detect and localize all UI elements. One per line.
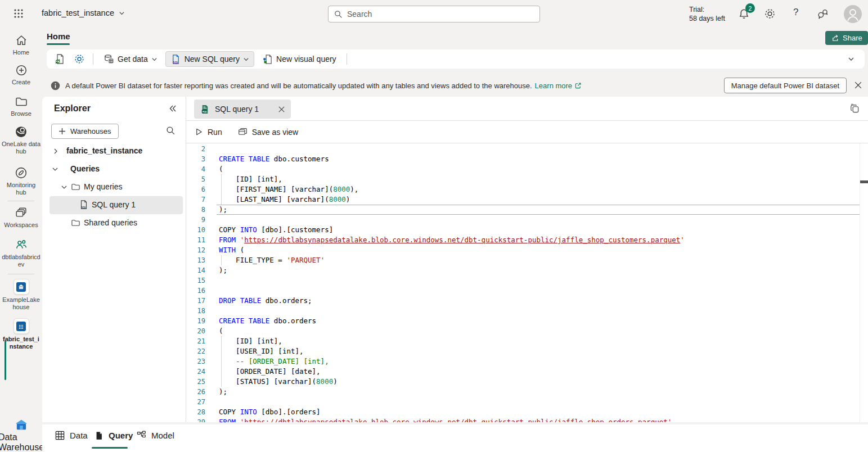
line-number: 8 [186,205,205,215]
save-as-view-icon [238,127,248,137]
code-line-6[interactable]: 6 [FIRST_NAME] [varchar](8000), [186,184,868,195]
home-icon [15,34,28,47]
tree-item-warehouse[interactable]: fabric_test_instance [42,142,186,160]
chevron-down-icon [243,56,249,62]
sql-file-icon: SQL [200,104,210,115]
code-line-13[interactable]: 13 FILE_TYPE = 'PARQUET' [186,255,868,265]
code-line-8[interactable]: 8); [186,205,868,215]
line-content: [USER_ID] [int], [219,346,304,356]
save-as-view-button[interactable]: Save as view [238,127,298,137]
query-editor: SQL SQL query 1 Run Save as view 23CREAT… [186,97,868,422]
copy-icon[interactable] [849,103,860,114]
workspace-switcher[interactable]: fabric_test_instance [42,8,125,17]
left-navigation-rail: Home Create Browse OneLake data hub Moni… [0,28,42,452]
code-line-14[interactable]: 14); [186,265,868,275]
tree-item-shared-queries[interactable]: Shared queries [42,214,186,232]
new-sql-query-button[interactable]: SQL New SQL query [165,51,254,67]
line-content: DROP TABLE dbo.orders; [219,296,312,306]
tab-close-icon[interactable] [278,106,285,113]
refresh-script-icon[interactable] [52,51,68,67]
code-line-16[interactable]: 16 [186,286,868,296]
toolbar-divider [93,53,93,65]
nav-home[interactable]: Home [0,34,42,56]
nav-browse[interactable]: Browse [0,95,42,117]
manage-default-dataset-button[interactable]: Manage default Power BI dataset [724,78,847,93]
line-number: 19 [186,316,205,326]
code-line-20[interactable]: 20( [186,326,868,336]
code-line-27[interactable]: 27 [186,397,868,407]
get-data-button[interactable]: Get data [99,51,162,67]
line-content: COPY INTO [dbo].[customers] [219,225,333,235]
code-line-4[interactable]: 4( [186,164,868,174]
code-line-12[interactable]: 12WITH ( [186,245,868,255]
plus-icon [59,128,66,135]
chevron-right-icon [52,148,59,155]
code-line-3[interactable]: 3CREATE TABLE dbo.customers [186,154,868,164]
code-line-2[interactable]: 2 [186,144,868,154]
nav-data-warehouse[interactable]: Data Warehouse [0,418,42,452]
code-line-10[interactable]: 10COPY INTO [dbo].[customers] [186,225,868,235]
tree-item-sql-query-1[interactable]: SQL SQL query 1 [42,196,186,214]
code-line-18[interactable]: 18 [186,306,868,316]
tab-home[interactable]: Home [47,31,70,41]
nav-create[interactable]: Create [0,64,42,86]
nav-workspaces[interactable]: Workspaces [0,206,42,229]
search-input[interactable]: Search [328,6,540,22]
help-icon[interactable]: ? [793,7,806,19]
new-visual-query-button[interactable]: New visual query [258,51,341,67]
nav-item-examplelakehouse[interactable]: ExampleLakehouse [0,279,42,311]
line-content: ); [219,387,227,397]
active-view-tab-underline [92,447,128,449]
nav-onelake-data-hub[interactable]: OneLake data hub [0,125,42,155]
sql-code-editor[interactable]: 23CREATE TABLE dbo.customers4(5 [ID] [in… [186,143,868,422]
folder-icon [71,182,80,192]
code-line-7[interactable]: 7 [LAST_NAME] [varchar](8000) [186,195,868,205]
line-number: 22 [186,346,205,356]
share-icon [831,34,839,42]
code-line-26[interactable]: 26); [186,387,868,397]
settings-gear-icon[interactable] [764,8,776,20]
learn-more-link[interactable]: Learn more [535,82,582,90]
code-line-17[interactable]: 17DROP TABLE dbo.orders; [186,296,868,306]
explorer-search-icon[interactable] [166,126,176,135]
home-tab-underline [47,43,70,45]
tab-sql-query-1[interactable]: SQL SQL query 1 [194,100,291,119]
tree-item-queries[interactable]: Queries [42,160,186,178]
query-settings-gear-icon[interactable] [71,51,87,67]
workspaces-icon [14,206,28,220]
add-warehouses-button[interactable]: Warehouses [51,124,119,139]
code-line-21[interactable]: 21 [ID] [int], [186,336,868,346]
code-line-5[interactable]: 5 [ID] [int], [186,174,868,184]
nav-item-fabric-test-instance[interactable]: fabric_test_instance [0,318,42,350]
code-line-9[interactable]: 9 [186,215,868,225]
view-tab-model[interactable]: Model [137,431,174,440]
code-line-24[interactable]: 24 [ORDER_DATE] [date], [186,367,868,377]
data-warehouse-icon [14,418,29,432]
line-content: [ID] [int], [219,336,282,346]
code-line-19[interactable]: 19CREATE TABLE dbo.orders [186,316,868,326]
view-tab-data[interactable]: Data [55,431,88,440]
nav-workspace-dbtlabsfabricdev[interactable]: dbtlabsfabricdev [0,238,42,268]
code-line-15[interactable]: 15 [186,275,868,286]
ribbon-collapse-chevron-icon[interactable] [843,51,859,67]
tree-item-my-queries[interactable]: My queries [42,178,186,196]
external-link-icon [574,82,582,89]
view-tab-query[interactable]: Query [95,431,133,440]
nav-monitoring-hub[interactable]: Monitoring hub [0,166,42,196]
code-line-23[interactable]: 23 -- [ORDER_DATE] [int], [186,356,868,367]
share-button[interactable]: Share [825,31,868,45]
collapse-pane-icon[interactable] [169,105,177,112]
svg-text:SQL: SQL [81,206,87,209]
code-line-28[interactable]: 28COPY INTO [dbo].[orders] [186,407,868,417]
code-line-29[interactable]: 29FROM 'https://dbtlabsynapsedatalake.bl… [186,417,868,422]
app-launcher-icon[interactable] [14,8,24,19]
run-button[interactable]: Run [195,128,222,137]
code-line-25[interactable]: 25 [STATUS] [varchar](8000) [186,377,868,387]
banner-close-icon[interactable] [854,81,862,89]
user-avatar[interactable] [844,5,862,23]
code-line-22[interactable]: 22 [USER_ID] [int], [186,346,868,356]
workspace-name: fabric_test_instance [42,8,114,17]
feedback-icon[interactable] [817,8,829,20]
line-number: 20 [186,326,205,336]
code-line-11[interactable]: 11FROM 'https://dbtlabsynapsedatalake.bl… [186,235,868,245]
